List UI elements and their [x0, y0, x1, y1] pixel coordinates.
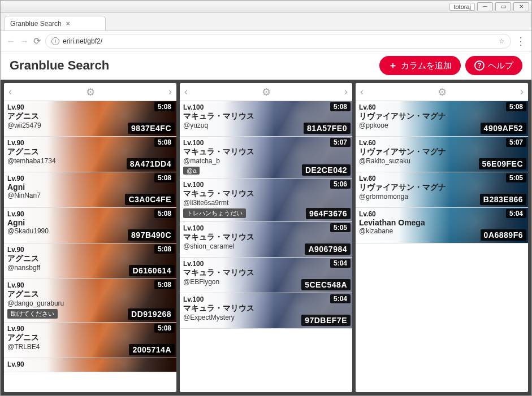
column: ‹⚙›Lv.100マキュラ・マリウス@yuzuq5:0881A57FE0Lv.1…	[180, 83, 352, 392]
card-code-badge: DE2CE042	[302, 164, 351, 176]
raid-card[interactable]: Lv.90アグニス@wii254795:089837E4FC	[4, 101, 176, 137]
card-level: Lv.100	[183, 139, 349, 147]
card-time-badge: 5:08	[154, 280, 175, 289]
card-content: Lv.100マキュラ・マリウス@li3ite6sa9rmtトレハンちょうだい5:…	[180, 179, 352, 221]
browser-tab-strip: Granblue Search ×	[1, 13, 531, 31]
page-header: Granblue Search ＋ カラムを追加 ? ヘルプ	[1, 51, 531, 80]
card-user-handle: @dango_guraburu	[7, 299, 173, 307]
gear-icon[interactable]: ⚙	[438, 86, 447, 98]
card-time-badge: 5:06	[330, 180, 351, 189]
card-level: Lv.90	[7, 360, 173, 368]
column-next-icon[interactable]: ›	[168, 86, 172, 98]
card-content: Lv.90Agni@NinNan75:08C3A0C4FE	[4, 172, 176, 207]
card-boss-name: マキュラ・マリウス	[183, 303, 349, 314]
raid-card[interactable]: Lv.60リヴァイアサン・マグナ@grbrmomonga5:05B283E866	[356, 172, 528, 208]
column: ‹⚙›Lv.90アグニス@wii254795:089837E4FCLv.90アグ…	[4, 83, 176, 392]
card-time-badge: 5:04	[506, 209, 526, 218]
card-content: Lv.90	[4, 358, 176, 372]
card-time-badge: 5:04	[330, 294, 351, 303]
raid-card[interactable]: Lv.100マキュラ・マリウス@ExpectMystery5:0497DBEF7…	[180, 293, 352, 329]
card-code-badge: 9837E4FC	[128, 123, 175, 134]
card-code-badge: 5CEC548A	[301, 279, 351, 290]
window-maximize-button[interactable]: ▭	[495, 2, 511, 11]
raid-card[interactable]: Lv.90アグニス@temhaba17345:088A471DD4	[4, 137, 176, 172]
card-content: Lv.100マキュラ・マリウス@shion_caramel5:05A906798…	[180, 222, 352, 257]
gear-icon[interactable]: ⚙	[86, 86, 95, 98]
card-boss-name: アグニス	[7, 111, 173, 121]
window-minimize-button[interactable]: ─	[477, 2, 493, 11]
card-time-badge: 5:04	[330, 259, 351, 268]
card-code-badge: D6160614	[129, 265, 175, 276]
column-header: ‹⚙›	[356, 83, 528, 101]
nav-forward-icon[interactable]: →	[20, 36, 29, 46]
raid-card[interactable]: Lv.90Agni@NinNan75:08C3A0C4FE	[4, 172, 176, 208]
column-next-icon[interactable]: ›	[520, 86, 524, 98]
card-user-handle: @matcha_b	[183, 157, 349, 165]
raid-card[interactable]: Lv.90	[4, 358, 176, 372]
raid-card[interactable]: Lv.90Agni@Skadu19905:08897B490C	[4, 208, 176, 243]
column-body[interactable]: Lv.100マキュラ・マリウス@yuzuq5:0881A57FE0Lv.100マ…	[180, 101, 352, 392]
nav-back-icon[interactable]: ←	[6, 36, 15, 46]
card-code-badge: 8A471DD4	[127, 158, 175, 169]
card-level: Lv.100	[183, 103, 349, 111]
card-level: Lv.90	[7, 175, 173, 182]
card-code-badge: C3A0C4FE	[125, 194, 175, 205]
site-info-icon[interactable]: i	[51, 37, 59, 45]
card-content: Lv.90アグニス@TRLBE45:082005714A	[4, 323, 176, 358]
raid-card[interactable]: Lv.90アグニス@nansbgff5:08D6160614	[4, 243, 176, 279]
column-prev-icon[interactable]: ‹	[8, 86, 12, 98]
card-content: Lv.60Leviathan Omega@kizabane5:040A6889F…	[356, 208, 528, 243]
card-content: Lv.60リヴァイアサン・マグナ@ppkooe5:084909AF52	[356, 101, 528, 136]
card-boss-name: マキュラ・マリウス	[183, 232, 349, 242]
card-boss-name: アグニス	[7, 333, 173, 343]
column-body[interactable]: Lv.90アグニス@wii254795:089837E4FCLv.90アグニス@…	[4, 101, 176, 392]
card-boss-name: アグニス	[7, 289, 173, 299]
card-level: Lv.90	[7, 325, 173, 333]
browser-menu-icon[interactable]: ⋮	[516, 35, 526, 47]
raid-card[interactable]: Lv.100マキュラ・マリウス@shion_caramel5:05A906798…	[180, 222, 352, 258]
card-code-badge: 81A57FE0	[304, 123, 351, 134]
raid-card[interactable]: Lv.60Leviathan Omega@kizabane5:040A6889F…	[356, 208, 528, 243]
column-prev-icon[interactable]: ‹	[360, 86, 364, 98]
column-prev-icon[interactable]: ‹	[184, 86, 188, 98]
raid-card[interactable]: Lv.60リヴァイアサン・マグナ@ppkooe5:084909AF52	[356, 101, 528, 137]
bookmark-star-icon[interactable]: ☆	[499, 37, 505, 45]
card-level: Lv.90	[7, 210, 173, 218]
raid-card[interactable]: Lv.100マキュラ・マリウス@li3ite6sa9rmtトレハンちょうだい5:…	[180, 179, 352, 222]
page-title: Granblue Search	[10, 58, 109, 73]
nav-reload-icon[interactable]: ⟳	[33, 36, 41, 46]
card-boss-name: Agni	[7, 182, 173, 192]
window-frame: totoraj ─ ▭ ✕ Granblue Search × ← → ⟳ i …	[0, 0, 532, 396]
card-content: Lv.100マキュラ・マリウス@ExpectMystery5:0497DBEF7…	[180, 293, 352, 328]
card-content: Lv.90アグニス@dango_guraburu助けてください5:08DD919…	[4, 279, 176, 322]
window-app-label: totoraj	[449, 3, 475, 11]
gear-icon[interactable]: ⚙	[262, 86, 271, 98]
url-text: eriri.net/gbf2/	[63, 37, 102, 45]
card-time-badge: 5:07	[330, 138, 351, 147]
card-content: Lv.100マキュラ・マリウス@matcha_b@a5:07DE2CE042	[180, 137, 352, 178]
tab-close-icon[interactable]: ×	[66, 20, 70, 28]
card-code-badge: A9067984	[305, 243, 351, 255]
column-body[interactable]: Lv.60リヴァイアサン・マグナ@ppkooe5:084909AF52Lv.60…	[356, 101, 528, 392]
raid-card[interactable]: Lv.100マキュラ・マリウス@EBFlygon5:045CEC548A	[180, 258, 352, 293]
card-time-badge: 5:08	[154, 102, 175, 111]
browser-tab[interactable]: Granblue Search ×	[4, 16, 106, 31]
card-level: Lv.60	[359, 103, 525, 111]
raid-card[interactable]: Lv.100マキュラ・マリウス@yuzuq5:0881A57FE0	[180, 101, 352, 137]
help-button[interactable]: ? ヘルプ	[465, 56, 522, 75]
card-time-badge: 5:07	[506, 138, 526, 147]
add-column-button[interactable]: ＋ カラムを追加	[379, 56, 461, 75]
card-time-badge: 5:08	[330, 102, 351, 111]
card-boss-name: マキュラ・マリウス	[183, 189, 349, 199]
card-time-badge: 5:08	[154, 209, 175, 218]
card-boss-name: Leviathan Omega	[359, 218, 525, 227]
add-column-label: カラムを追加	[401, 60, 452, 71]
card-content: Lv.90Agni@Skadu19905:08897B490C	[4, 208, 176, 243]
window-close-button[interactable]: ✕	[513, 2, 529, 11]
raid-card[interactable]: Lv.90アグニス@dango_guraburu助けてください5:08DD919…	[4, 279, 176, 323]
address-bar[interactable]: i eriri.net/gbf2/ ☆	[45, 34, 511, 49]
raid-card[interactable]: Lv.60リヴァイアサン・マグナ@Rakito_suzaku5:0756E09F…	[356, 137, 528, 172]
raid-card[interactable]: Lv.100マキュラ・マリウス@matcha_b@a5:07DE2CE042	[180, 137, 352, 179]
raid-card[interactable]: Lv.90アグニス@TRLBE45:082005714A	[4, 323, 176, 358]
column-next-icon[interactable]: ›	[344, 86, 348, 98]
